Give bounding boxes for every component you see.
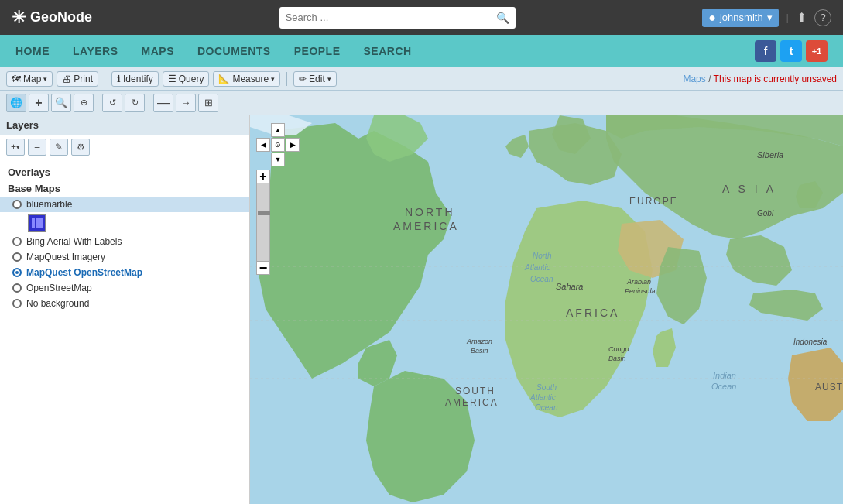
nav-right-button[interactable]: ▶: [286, 138, 300, 152]
zoom-in-map-button[interactable]: +: [256, 170, 270, 183]
layer-item-mapquest-imagery[interactable]: MapQuest Imagery: [0, 249, 249, 265]
edit-layer-button[interactable]: ✎: [50, 139, 68, 156]
bluemarble-icon: [28, 214, 46, 232]
globe-tool-button[interactable]: 🌐: [6, 94, 26, 112]
breadcrumb-maps-link[interactable]: Maps: [683, 74, 705, 84]
add-layer-button[interactable]: + ▾: [6, 139, 25, 156]
nav-left-button[interactable]: ◀: [256, 138, 270, 152]
logo-icon: ✳: [12, 8, 26, 28]
settings-layer-button[interactable]: ⚙: [71, 139, 90, 156]
zoom-handle[interactable]: [258, 211, 270, 215]
layer-item-bluemarble[interactable]: bluemarble: [0, 197, 249, 212]
user-area: ● johnsmith ▾ | ⬆ ?: [702, 9, 831, 27]
main-nav: HOME LAYERS MAPS DOCUMENTS PEOPLE SEARCH…: [0, 35, 843, 67]
user-icon: ●: [708, 11, 716, 25]
select-tool-button[interactable]: ⊕: [74, 94, 94, 112]
nav-down-button[interactable]: ▼: [271, 153, 285, 166]
layers-panel: Overlays Base Maps bluemarble: [0, 159, 249, 504]
social-buttons: f t +1: [755, 40, 828, 62]
print-label: Print: [74, 74, 93, 84]
layer-item-bing[interactable]: Bing Aerial With Labels: [0, 234, 249, 249]
svg-text:South: South: [536, 383, 557, 392]
layer-name-mapquest-osm: MapQuest OpenStreetMap: [26, 267, 142, 278]
facebook-button[interactable]: f: [755, 40, 776, 62]
measure-label: Measure: [232, 74, 269, 84]
measure-button[interactable]: 📐 Measure ▾: [213, 71, 280, 87]
sidebar-header: Layers: [0, 115, 249, 135]
arrow-tool-button[interactable]: →: [176, 94, 196, 112]
zoom-in-button[interactable]: 🔍: [51, 94, 71, 112]
logo-text: GeoNode: [30, 9, 92, 26]
nav-layers[interactable]: LAYERS: [73, 45, 118, 57]
query-label: Query: [179, 74, 204, 84]
search-input[interactable]: [286, 12, 492, 23]
nav-people[interactable]: PEOPLE: [294, 45, 341, 57]
user-button[interactable]: ● johnsmith ▾: [702, 9, 778, 27]
zoom-out-map-button[interactable]: −: [256, 261, 270, 275]
identify-button[interactable]: ℹ Identify: [111, 71, 159, 87]
world-map-svg: Siberia A S I A EUROPE Gobi NORTH AMERIC…: [250, 115, 843, 504]
edit-icon: ✏: [299, 74, 307, 84]
layer-name-bluemarble: bluemarble: [26, 199, 72, 210]
nav-search[interactable]: SEARCH: [364, 45, 412, 57]
layer-item-no-background[interactable]: No background: [0, 296, 249, 311]
svg-text:Ocean: Ocean: [711, 382, 736, 391]
basemaps-label: Base Maps: [0, 180, 249, 197]
nav-home[interactable]: HOME: [15, 45, 50, 57]
settings-icon: ⚙: [77, 142, 85, 153]
username-label: johnsmith: [720, 12, 763, 23]
googleplus-button[interactable]: +1: [806, 40, 828, 62]
help-button[interactable]: ?: [814, 9, 831, 26]
svg-text:Congo: Congo: [608, 345, 629, 353]
nav-documents[interactable]: DOCUMENTS: [197, 45, 271, 57]
toolbar: 🗺 Map ▾ 🖨 Print ℹ Identify ☰ Query 📐 Mea…: [0, 67, 843, 91]
radio-no-background: [12, 299, 22, 308]
layer-name-mapquest-imagery: MapQuest Imagery: [26, 252, 105, 262]
svg-text:NORTH: NORTH: [405, 206, 455, 218]
svg-text:Siberia: Siberia: [757, 150, 783, 159]
toolbar-sep-1: [105, 72, 105, 86]
layer-item-mapquest-osm[interactable]: MapQuest OpenStreetMap: [0, 265, 249, 280]
back-button[interactable]: ↺: [102, 94, 122, 112]
map-area[interactable]: Siberia A S I A EUROPE Gobi NORTH AMERIC…: [250, 115, 843, 504]
svg-text:Peninsula: Peninsula: [625, 287, 656, 295]
layer-name-bing: Bing Aerial With Labels: [26, 236, 122, 247]
nav-up-button[interactable]: ▲: [271, 123, 285, 137]
layer-item-osm[interactable]: OpenStreetMap: [0, 280, 249, 296]
tool-sep-1: [98, 96, 98, 110]
pan-tool-button[interactable]: +: [29, 94, 49, 112]
print-button[interactable]: 🖨 Print: [57, 71, 98, 87]
svg-text:Basin: Basin: [608, 355, 626, 362]
edit-button[interactable]: ✏ Edit ▾: [293, 71, 337, 87]
svg-text:SOUTH: SOUTH: [455, 386, 495, 396]
forward-button[interactable]: ↻: [125, 94, 145, 112]
upload-button[interactable]: ⬆: [797, 10, 807, 25]
nav-maps[interactable]: MAPS: [142, 45, 174, 57]
svg-text:AUST: AUST: [815, 382, 843, 393]
svg-text:Ocean: Ocean: [535, 403, 558, 412]
remove-layer-button[interactable]: –: [28, 139, 46, 156]
minus-tool-button[interactable]: —: [153, 94, 173, 112]
map-button[interactable]: 🗺 Map ▾: [6, 71, 53, 87]
layers-title: Layers: [6, 119, 39, 131]
dropdown-icon: ▾: [767, 12, 773, 23]
search-button[interactable]: 🔍: [496, 12, 509, 24]
svg-text:Sahara: Sahara: [556, 282, 583, 291]
map-icon: 🗺: [12, 74, 21, 84]
radio-osm: [12, 283, 22, 293]
identify-label: Identify: [123, 74, 153, 84]
twitter-button[interactable]: t: [780, 40, 802, 62]
edit-layer-icon: ✎: [55, 142, 63, 153]
grid-tool-button[interactable]: ⊞: [198, 94, 218, 112]
measure-dropdown-icon: ▾: [271, 75, 275, 83]
top-bar: ✳ GeoNode 🔍 ● johnsmith ▾ | ⬆ ?: [0, 0, 843, 35]
query-button[interactable]: ☰ Query: [163, 71, 210, 87]
zoom-slider: [256, 183, 270, 261]
toolbar-sep-2: [286, 72, 287, 86]
svg-text:Atlantic: Atlantic: [524, 263, 550, 272]
svg-text:Basin: Basin: [471, 347, 488, 355]
nav-center-button[interactable]: ⊙: [271, 138, 285, 152]
radio-bing: [12, 237, 22, 246]
add-icon: +: [11, 142, 16, 153]
radio-mapquest-osm: [12, 268, 22, 277]
